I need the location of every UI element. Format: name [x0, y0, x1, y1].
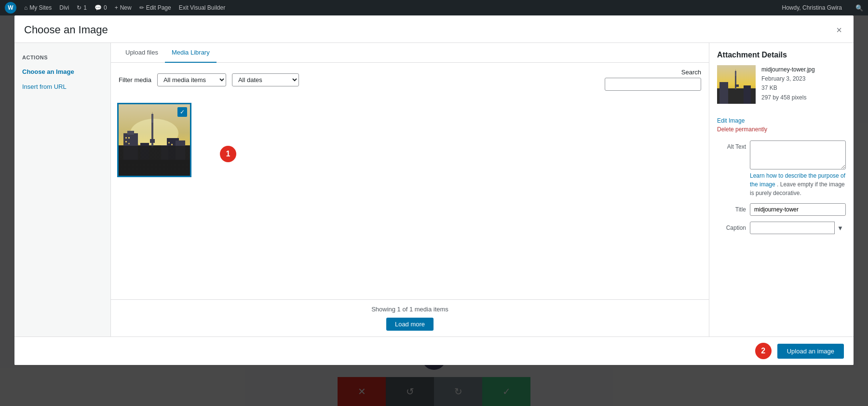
title-field-row: Title	[717, 203, 846, 216]
caption-dropdown-arrow[interactable]: ▼	[834, 222, 846, 234]
attachment-actions: Edit Image Delete permanently	[717, 117, 846, 135]
svg-rect-13	[128, 137, 130, 139]
attachment-info-block: midjourney-tower.jpg February 3, 2023 37…	[761, 65, 815, 108]
modal-header: Choose an Image ×	[14, 15, 854, 43]
svg-point-1	[130, 119, 178, 148]
exit-builder-item[interactable]: Exit Visual Builder	[179, 4, 226, 11]
alt-text-field-row: Alt Text Learn how to describe the purpo…	[717, 140, 846, 197]
load-more-button[interactable]: Load more	[386, 318, 434, 331]
edit-page-item[interactable]: ✏ Edit Page	[139, 4, 171, 11]
media-tabs: Upload files Media Library	[111, 43, 709, 63]
wp-logo[interactable]: W	[5, 2, 16, 14]
attachment-details-panel: Attachment Details	[709, 43, 854, 336]
caption-input[interactable]	[750, 222, 846, 234]
svg-rect-7	[127, 131, 134, 135]
choose-image-modal: Choose an Image × Actions Choose an Imag…	[14, 15, 854, 365]
filter-date-select[interactable]: All dates January 2023 February 2023 Mar…	[232, 73, 299, 86]
delete-permanently-link[interactable]: Delete permanently	[717, 126, 846, 133]
sidebar-insert-url[interactable]: Insert from URL	[14, 79, 110, 94]
badge-2: 2	[755, 343, 772, 359]
alt-text-hint: Learn how to describe the purpose of the…	[750, 171, 846, 197]
filter-media-type-select[interactable]: All media items Images Audio Video	[157, 73, 226, 86]
caption-field-row: Caption ▼	[717, 222, 846, 234]
svg-rect-23	[735, 84, 739, 87]
media-item-checkmark: ✓	[177, 107, 187, 117]
svg-rect-18	[119, 160, 190, 176]
search-label: Search	[681, 69, 701, 76]
filter-media-label: Filter media	[119, 76, 151, 84]
modal-body: Actions Choose an Image Insert from URL …	[14, 43, 854, 336]
admin-search-icon[interactable]: 🔍	[855, 4, 863, 12]
svg-rect-2	[119, 145, 190, 176]
alt-text-input[interactable]	[750, 140, 846, 169]
sidebar-choose-image[interactable]: Choose an Image	[14, 64, 110, 79]
media-footer: Showing 1 of 1 media items Load more	[111, 299, 709, 336]
media-grid: ✓	[119, 104, 701, 176]
modal-title: Choose an Image	[24, 24, 108, 36]
svg-rect-6	[123, 133, 138, 176]
svg-rect-4	[150, 139, 155, 143]
svg-rect-25	[744, 85, 751, 104]
sidebar-actions-heading: Actions	[14, 51, 110, 64]
svg-rect-15	[128, 143, 130, 144]
svg-rect-16	[168, 142, 170, 143]
admin-bar: W ⌂ My Sites Divi ↻ 1 💬 0 + New ✏ Edit P…	[0, 0, 868, 15]
updates-item[interactable]: ↻ 1	[77, 4, 87, 11]
svg-rect-8	[167, 138, 179, 176]
upload-image-button[interactable]: Upload an image	[777, 344, 844, 359]
badge-1: 1	[220, 146, 236, 162]
title-label: Title	[717, 203, 746, 213]
modal-close-button[interactable]: ×	[834, 23, 844, 37]
caption-input-wrapper: ▼	[750, 222, 846, 234]
media-filter-bar: Filter media All media items Images Audi…	[111, 63, 709, 97]
divi-menu[interactable]: Divi	[59, 4, 69, 11]
svg-rect-17	[171, 144, 173, 145]
modal-main-content: Upload files Media Library Filter media …	[111, 43, 709, 336]
my-sites-menu[interactable]: ⌂ My Sites	[24, 4, 52, 11]
title-input[interactable]	[750, 203, 846, 216]
comments-item[interactable]: 💬 0	[95, 4, 107, 11]
svg-rect-14	[125, 141, 127, 142]
svg-rect-24	[719, 82, 728, 104]
attachment-details-wrap: midjourney-tower.jpg February 3, 2023 37…	[717, 65, 846, 108]
tab-media-library[interactable]: Media Library	[165, 43, 217, 63]
search-input[interactable]	[605, 78, 701, 91]
caption-label: Caption	[717, 222, 746, 231]
new-item[interactable]: + New	[115, 4, 132, 11]
attachment-filename: midjourney-tower.jpg February 3, 2023 37…	[761, 65, 815, 102]
svg-rect-11	[161, 145, 168, 176]
howdy-text: Howdy, Christina Gwira	[782, 4, 842, 11]
attachment-preview-thumbnail	[717, 65, 756, 104]
modal-footer: 2 Upload an image	[14, 336, 854, 365]
search-area: Search	[605, 69, 701, 91]
svg-rect-9	[176, 140, 185, 176]
tab-upload-files[interactable]: Upload files	[119, 43, 165, 63]
media-grid-wrapper: ✓	[111, 97, 709, 299]
showing-count-text: Showing 1 of 1 media items	[119, 306, 701, 313]
edit-image-link[interactable]: Edit Image	[717, 117, 846, 124]
alt-text-label: Alt Text	[717, 140, 746, 150]
svg-rect-10	[140, 143, 149, 176]
attachment-panel-title: Attachment Details	[717, 51, 846, 59]
svg-rect-12	[125, 137, 127, 139]
media-item[interactable]: ✓	[119, 104, 190, 176]
modal-sidebar: Actions Choose an Image Insert from URL	[14, 43, 111, 336]
attachment-thumb-svg	[717, 65, 756, 104]
